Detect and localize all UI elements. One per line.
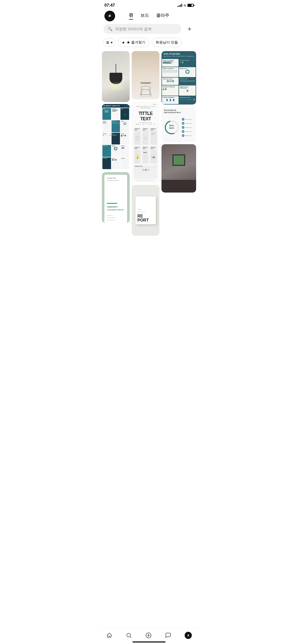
pin-card-room[interactable] [161,144,196,193]
header: ≠ 핀 보드 콜라주 [99,10,199,24]
university-doc: Company Logo Design Institute of Bedford… [104,175,127,223]
solitudine-header: SOLITUDINE. Business Plan PowerPoint Tem… [161,51,196,58]
infographic-item: 04 TOPIC TITLE [182,130,194,133]
biz-slide: MARKET [112,145,120,157]
biz-dots [124,105,128,106]
search-area: 🔍 ＋ [99,24,199,38]
chair-illustration [137,77,155,97]
infographic-items: 01 TOPIC TITLE 02 TOPIC TITLE [182,118,194,137]
tittle-header: TITTLE TEXT MAL STYLE ◂ [134,110,157,127]
tittle-slide: CHAPTER TITLE 💡 [134,146,141,164]
favorites-filter-button[interactable]: ★ ★ 즐겨찾기 [118,38,149,47]
prepared-by: Prepared by [107,215,125,216]
tittle-style: MAL STYLE ◂ [134,123,157,125]
infographic-item: 03 TOPIC TITLE [182,126,194,129]
report-book: 제목을 입력해주세요 REPORT [136,196,156,224]
status-bar: 07:47 ∿ [99,0,199,10]
inf-label: TOPIC TITLE [185,123,193,124]
biz-slide: TIMELINE [102,133,111,144]
tittle-slide: CHAPTER TITLE [134,127,141,145]
tittle-slide: CHAPTER TITLE 📺 [150,146,157,164]
masonry-col-2: SOLITUDINE. Business Plan PowerPoint Tem… [161,51,196,236]
pin-card-lamp[interactable] [102,51,130,102]
inf-label: TOPIC TITLE [185,131,193,132]
sol-cell: TABLE OF CONTENTS [162,59,179,67]
lamp-illustration [110,64,122,82]
masonry-grid-container: BUSINESS TEMPLATE SLIDE TEMPLATE [99,51,199,261]
sol-cell-dark: PRICING PLAN [179,78,196,85]
sol-cell: REVENUE COMPARISON [162,85,179,96]
svg-text:BUSI-: BUSI- [169,125,174,126]
pin-card-chair[interactable] [132,51,159,99]
infographic-item: 02 TOPIC TITLE [182,122,194,125]
report-small-text: 제목을 [138,209,141,210]
infographic-item: 01 TOPIC TITLE [182,118,194,121]
solitudine-subtitle: Business Plan PowerPoint Template [164,55,194,57]
biz-slide: ARROWS [120,157,129,169]
tittle-slide: CHAPTER TITLE [142,146,149,164]
creator-filter-button[interactable]: 회원님이 만듦 [152,38,182,47]
biz-slide: PROCESS [112,120,120,132]
grid-dropdown-icon: ▾ [111,40,113,45]
biz-slide: PLAN [112,133,120,144]
biz-slide: SLIDE [102,108,111,120]
signal-icon [178,4,182,7]
tittle-footer: https://www.freepik.com/free-templates [134,180,157,181]
search-input[interactable] [115,27,177,31]
sol-cell: MARKET SIZE [179,67,196,77]
wifi-icon: ∿ [183,4,186,7]
biz-template-title: BUSINESS TEMPLATE [103,105,120,107]
pin-card-tittle[interactable]: < logo > MAKE THE SUBJECT OF YOUR PRESEN… [132,101,159,183]
tab-collage[interactable]: 콜라주 [156,12,169,19]
tittle-slide-wide: CHAPTER TITLE [134,165,157,179]
search-bar[interactable]: 🔍 [103,24,181,34]
inf-label: TOPIC TITLE [185,119,193,120]
green-accent [107,203,117,204]
status-icons: ∿ [178,4,194,7]
pin-card-university[interactable]: Company Logo Design Institute of Bedford… [102,172,130,223]
biz-slide: TEMPLATE [112,108,120,120]
inf-num: 03 [182,126,184,129]
infographic-circle: BUSI- NESS [164,120,179,135]
uni-heading2: ASSIGNMENT REPORT [107,209,125,211]
tab-pin[interactable]: 핀 [129,12,133,20]
pin-card-solitudine[interactable]: SOLITUDINE. Business Plan PowerPoint Tem… [161,51,196,105]
sol-cell: GENDER COMPARISON 👤 👤 👤 [162,96,179,104]
inf-num: 02 [182,122,184,125]
biz-slide-grid: SLIDE TEMPLATE TOTAL 49 PROJECT [102,108,130,170]
author-email: robert.usa@sk.com [107,219,125,221]
sol-cell: MARKET VALIDATION [162,67,179,77]
tab-board[interactable]: 보드 [140,12,149,19]
company-name: Company Logo [107,177,125,179]
inf-label: TOPIC TITLE [185,127,193,128]
biz-slide: REVENUE [120,145,129,157]
biz-slide: TOTAL 49 [120,108,129,120]
report-subtitle: 입력해주세요 [138,211,145,213]
inf-num: 04 [182,130,184,133]
author-name: Mr. Robert Hanson [107,217,125,218]
infographic-item: 05 TOPIC TITLE [182,134,194,137]
battery-icon [187,4,194,7]
svg-point-10 [139,96,152,97]
pin-card-biz-template[interactable]: BUSINESS TEMPLATE SLIDE TEMPLATE [102,104,130,170]
pin-card-infographic[interactable]: BUSINESS INFOGRAPHIC BUSI- NESS 01 TOPIC… [161,107,196,142]
inf-num: 01 [182,118,184,121]
status-time: 07:47 [104,3,115,8]
grid-filter-button[interactable]: ⊞ ▾ [103,38,115,47]
tittle-logo: < logo > [134,104,157,105]
logo-button[interactable]: ≠ [104,11,115,21]
infographic-content: BUSI- NESS 01 TOPIC TITLE 0 [164,115,194,140]
filter-bar: ⊞ ▾ ★ ★ 즐겨찾기 회원님이 만듦 [99,38,199,51]
pin-card-report[interactable]: 제목을 입력해주세요 REPORT [132,185,159,236]
sol-cell-dark: TIMELINE HISTORY [179,59,196,67]
solitudine-grid: TABLE OF CONTENTS TIMELINE HISTORY MA [161,58,196,105]
search-icon: 🔍 [107,26,113,31]
svg-text:NESS: NESS [169,127,174,129]
svg-point-3 [141,86,151,90]
sol-cell-dark: BUSINESS PROCESS [179,96,196,104]
biz-slide: PEOPLE [120,133,129,144]
masonry-col-1: < logo > MAKE THE SUBJECT OF YOUR PRESEN… [132,51,159,236]
add-button[interactable]: ＋ [184,24,195,34]
nav-tabs: 핀 보드 콜라주 [129,12,169,20]
solitudine-title: SOLITUDINE. [164,53,194,55]
